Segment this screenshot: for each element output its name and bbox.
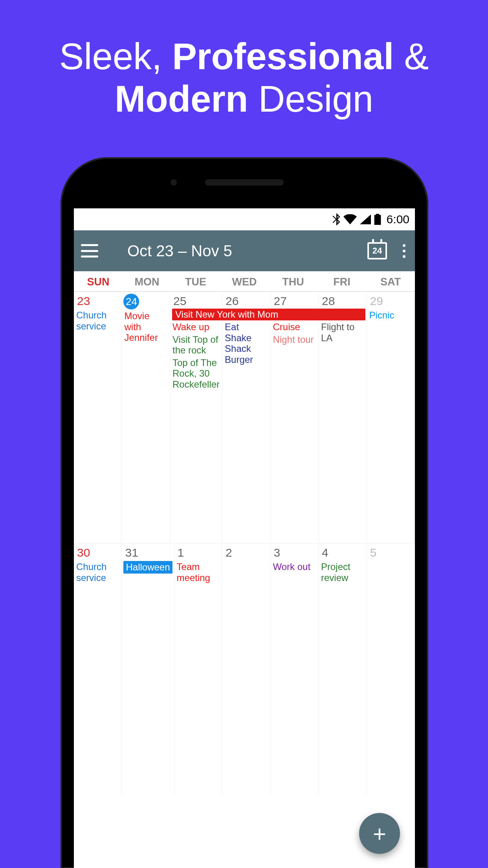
multi-day-event[interactable]: Visit New York with Mom: [172, 309, 365, 320]
event-item[interactable]: Team meeting: [176, 561, 220, 583]
weekday-label: WED: [220, 271, 269, 291]
day-number: 24: [123, 294, 139, 309]
day-cell[interactable]: 26Eat Shake Shack Burger: [222, 292, 270, 543]
day-cell[interactable]: 23Church service: [74, 292, 122, 543]
event-item[interactable]: Eat Shake Shack Burger: [224, 321, 268, 365]
day-cell[interactable]: 25Wake upVisit Top of the rockTop of The…: [170, 292, 222, 543]
event-item[interactable]: Night tour: [272, 334, 317, 346]
cellular-icon: [360, 214, 371, 224]
status-bar: 6:00: [74, 208, 415, 230]
more-menu-button[interactable]: [400, 241, 408, 261]
day-cell[interactable]: 3Work out: [271, 544, 319, 795]
wifi-icon: [343, 214, 357, 224]
app-bar: Oct 23 – Nov 5 24: [74, 230, 415, 271]
day-number: 3: [272, 545, 282, 560]
event-item[interactable]: Wake up: [172, 321, 220, 333]
weekday-label: FRI: [317, 271, 366, 291]
event-item[interactable]: Visit Top of the rock: [172, 334, 220, 356]
calendar-body: 23Church service24Movie with Jennifer25W…: [74, 292, 415, 795]
status-time: 6:00: [387, 213, 409, 226]
screen: 6:00 Oct 23 – Nov 5 24 SUNMONTUEWEDTHUFR…: [74, 208, 415, 868]
plus-icon: +: [373, 820, 386, 847]
day-number: 4: [320, 545, 330, 560]
day-number: 31: [123, 545, 139, 560]
weekday-header: SUNMONTUEWEDTHUFRISAT: [74, 271, 415, 292]
day-number: 5: [369, 545, 378, 560]
calendar-icon: 24: [367, 242, 387, 259]
day-cell[interactable]: 30Church service: [74, 544, 122, 795]
day-number: 23: [75, 294, 92, 309]
day-number: 26: [224, 294, 240, 309]
event-item[interactable]: Project review: [320, 561, 365, 583]
event-item[interactable]: Cruise: [272, 321, 317, 333]
event-item[interactable]: Flight to LA: [320, 321, 365, 344]
event-item[interactable]: Top of The Rock, 30 Rockefeller: [172, 357, 220, 390]
weekday-label: MON: [123, 271, 171, 291]
today-button[interactable]: 24: [366, 240, 388, 262]
add-event-fab[interactable]: +: [359, 813, 400, 854]
event-item[interactable]: Halloween: [123, 561, 172, 574]
weekday-label: SUN: [74, 271, 123, 291]
phone-speaker: [205, 179, 284, 186]
date-range-title[interactable]: Oct 23 – Nov 5: [127, 242, 232, 260]
day-number: 2: [224, 545, 234, 560]
day-cell[interactable]: 5: [367, 544, 415, 795]
week-row: 30Church service31Halloween1Team meeting…: [74, 543, 415, 795]
event-item[interactable]: Movie with Jennifer: [123, 310, 168, 344]
menu-button[interactable]: [81, 244, 98, 257]
event-item[interactable]: Church service: [75, 309, 120, 332]
promo-headline: Sleek, Professional & Modern Design: [0, 0, 488, 120]
weekday-label: SAT: [366, 271, 415, 291]
day-number: 27: [272, 294, 288, 309]
day-cell[interactable]: 4Project review: [319, 544, 367, 795]
day-cell[interactable]: 31Halloween: [122, 544, 174, 795]
bluetooth-icon: [332, 213, 340, 226]
day-cell[interactable]: 24Movie with Jennifer: [122, 292, 170, 543]
day-cell[interactable]: 2: [222, 544, 270, 795]
day-number: 29: [369, 294, 385, 309]
battery-icon: [374, 214, 381, 225]
event-item[interactable]: Work out: [272, 561, 317, 573]
day-number: 28: [320, 294, 336, 309]
day-cell[interactable]: 29Picnic: [367, 292, 415, 543]
day-number: 1: [176, 545, 186, 560]
day-cell[interactable]: 1Team meeting: [174, 544, 222, 795]
day-number: 30: [75, 545, 92, 560]
weekday-label: THU: [269, 271, 317, 291]
day-cell[interactable]: 27CruiseNight tour: [271, 292, 319, 543]
day-cell[interactable]: 28Flight to LA: [319, 292, 367, 543]
event-item[interactable]: Church service: [75, 561, 120, 583]
phone-frame: 6:00 Oct 23 – Nov 5 24 SUNMONTUEWEDTHUFR…: [61, 157, 428, 868]
week-row: 23Church service24Movie with Jennifer25W…: [74, 292, 415, 543]
event-item[interactable]: Picnic: [369, 309, 413, 321]
phone-camera: [171, 179, 177, 186]
weekday-label: TUE: [171, 271, 220, 291]
day-number: 25: [172, 294, 188, 309]
